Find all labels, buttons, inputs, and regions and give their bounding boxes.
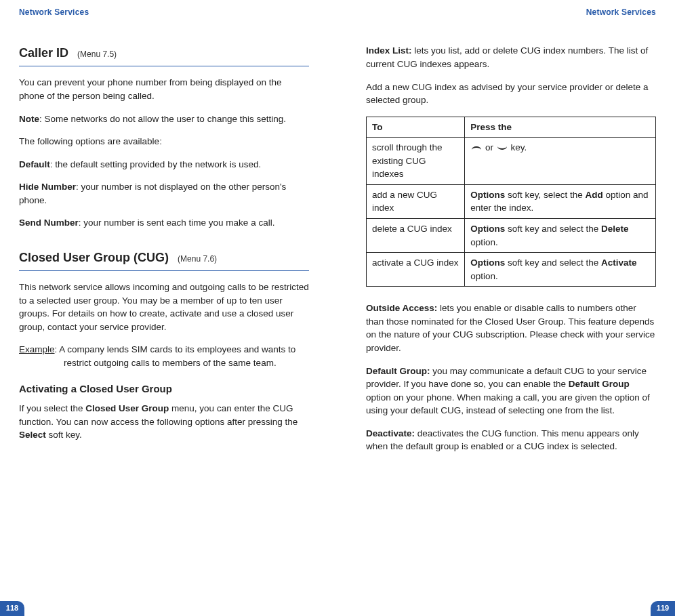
row2-post: option. bbox=[470, 237, 498, 247]
activating-pre: If you select the bbox=[19, 403, 85, 413]
up-arc-icon bbox=[472, 146, 481, 150]
down-arc-icon bbox=[497, 146, 507, 150]
send-label: Send Number bbox=[19, 218, 79, 228]
cug-actions-table: To Press the scroll through the existing… bbox=[366, 117, 656, 287]
row1-b1: Options bbox=[470, 190, 505, 200]
outside-label: Outside Access: bbox=[366, 303, 437, 313]
activating-post: soft key. bbox=[46, 430, 82, 440]
row2-mid: soft key and select the bbox=[505, 224, 601, 234]
header-left: Network Services bbox=[19, 7, 309, 18]
add-new-para: Add a new CUG index as advised by your s… bbox=[366, 81, 656, 107]
outside-access-para: Outside Access: lets you enable or disab… bbox=[366, 302, 656, 354]
row0-post: or bbox=[483, 142, 496, 152]
row3-mid: soft key and select the bbox=[505, 258, 601, 268]
cell-press: Options soft key and select the Delete o… bbox=[465, 219, 656, 253]
deactivate-para: Deactivate: deactivates the CUG function… bbox=[366, 427, 656, 453]
row3-b1: Options bbox=[470, 258, 505, 268]
deactivate-label: Deactivate: bbox=[366, 428, 415, 438]
table-row: delete a CUG index Options soft key and … bbox=[367, 219, 656, 253]
hide-label: Hide Number bbox=[19, 182, 76, 192]
index-list-para: Index List: lets you list, add or delete… bbox=[366, 44, 656, 70]
row3-b2: Activate bbox=[601, 258, 637, 268]
caller-id-menu-ref: (Menu 7.5) bbox=[77, 49, 117, 59]
activating-b1: Closed User Group bbox=[85, 403, 169, 413]
default-text: : the default setting provided by the ne… bbox=[50, 159, 261, 169]
cug-example: Example: A company lends SIM cards to it… bbox=[19, 343, 309, 369]
example-text: : A company lends SIM cards to its emplo… bbox=[55, 344, 296, 368]
table-row: activate a CUG index Options soft key an… bbox=[367, 253, 656, 287]
option-send: Send Number: your number is sent each ti… bbox=[19, 216, 309, 230]
section-caller-id: Caller ID (Menu 7.5) bbox=[19, 44, 309, 66]
default-group-post: option on your phone. When making a call… bbox=[366, 392, 650, 416]
page-right: Network Services Index List: lets you li… bbox=[338, 0, 675, 616]
index-list-label: Index List: bbox=[366, 45, 412, 56]
note-label: Note bbox=[19, 114, 39, 124]
default-group-para: Default Group: you may communicate a def… bbox=[366, 365, 656, 417]
cug-title: Closed User Group (CUG) bbox=[19, 251, 169, 264]
section-cug: Closed User Group (CUG) (Menu 7.6) bbox=[19, 249, 309, 271]
cell-to: delete a CUG index bbox=[367, 219, 465, 253]
header-right: Network Services bbox=[366, 7, 656, 18]
example-label: Example bbox=[19, 344, 55, 354]
option-hide: Hide Number: your number is not displaye… bbox=[19, 180, 309, 207]
caller-id-note: Note: Some networks do not allow the use… bbox=[19, 112, 309, 126]
cell-to: scroll through the existing CUG indexes bbox=[367, 138, 465, 185]
page-number-right: 119 bbox=[651, 601, 675, 616]
default-group-b: Default Group bbox=[569, 379, 630, 389]
cell-press: or key. bbox=[465, 138, 656, 185]
send-text: : your number is sent each time you make… bbox=[79, 218, 275, 228]
activating-heading: Activating a Closed User Group bbox=[19, 382, 309, 396]
cug-intro: This network service allows incoming and… bbox=[19, 281, 309, 333]
table-header-row: To Press the bbox=[367, 117, 656, 138]
row2-b2: Delete bbox=[601, 224, 629, 234]
row1-mid: soft key, select the bbox=[505, 190, 585, 200]
cug-menu-ref: (Menu 7.6) bbox=[178, 254, 217, 264]
option-default: Default: the default setting provided by… bbox=[19, 158, 309, 171]
th-to: To bbox=[367, 117, 465, 138]
row3-post: option. bbox=[470, 271, 498, 281]
cell-to: add a new CUG index bbox=[367, 184, 465, 218]
table-row: add a new CUG index Options soft key, se… bbox=[367, 184, 656, 218]
default-label: Default bbox=[19, 159, 50, 169]
caller-id-intro: You can prevent your phone number from b… bbox=[19, 76, 309, 102]
note-text: : Some networks do not allow the user to… bbox=[39, 114, 286, 124]
cell-press: Options soft key and select the Activate… bbox=[465, 253, 656, 287]
row2-b1: Options bbox=[470, 224, 505, 234]
th-press: Press the bbox=[465, 117, 656, 138]
row1-b2: Add bbox=[585, 190, 602, 200]
activating-text: If you select the Closed User Group menu… bbox=[19, 402, 309, 442]
page-left: Network Services Caller ID (Menu 7.5) Yo… bbox=[0, 0, 338, 616]
default-group-label: Default Group: bbox=[366, 366, 430, 376]
cell-to: activate a CUG index bbox=[367, 253, 465, 287]
row0-tail: key. bbox=[508, 142, 527, 152]
options-lead: The following options are available: bbox=[19, 135, 309, 148]
page-number-left: 118 bbox=[0, 601, 24, 616]
table-row: scroll through the existing CUG indexes … bbox=[367, 138, 656, 185]
cell-press: Options soft key, select the Add option … bbox=[465, 184, 656, 218]
caller-id-title: Caller ID bbox=[19, 46, 68, 60]
activating-b2: Select bbox=[19, 430, 46, 440]
